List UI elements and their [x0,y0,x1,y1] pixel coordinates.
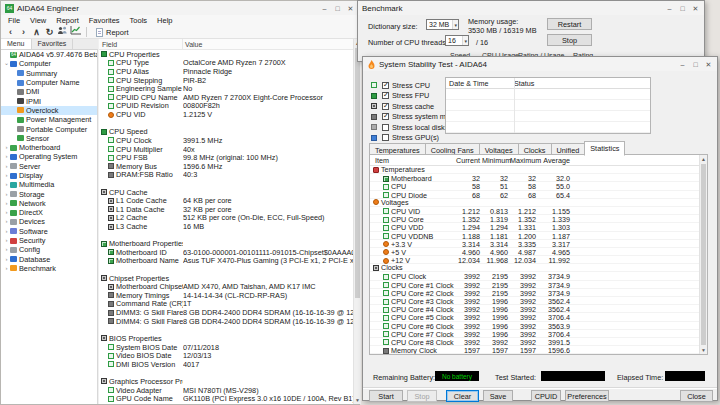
field-row[interactable]: GPU Clock324 MHz [99,403,353,404]
checkbox[interactable] [382,103,389,110]
cpu-threads-select[interactable]: 16 ▾ [445,35,469,46]
sidebar-item-server[interactable]: ›Server [1,162,97,171]
collapsed-expander-icon[interactable]: › [3,208,10,217]
menu-tools[interactable]: Tools [125,16,153,25]
stats-row[interactable]: CPU Core #2 Clock3992219539923734.9 [370,289,707,297]
preferences-button[interactable]: Preferences [565,390,609,402]
sidebar-item-security[interactable]: ›Security [1,236,97,245]
benchmark-maximize-button[interactable]: □ [676,2,689,14]
benchmark-stop-button[interactable]: Stop [547,34,592,46]
stats-row[interactable]: Motherboard32323232.0 [370,174,707,182]
benchmark-titlebar[interactable]: Benchmark – □ ✕ [358,1,704,15]
menu-favorites[interactable]: Favorites [84,16,125,25]
field-row[interactable]: DMI BIOS Version4017 [99,360,353,369]
collapsed-expander-icon[interactable]: › [3,264,10,273]
refresh-icon[interactable]: ↻ [43,27,56,38]
up-icon[interactable]: ∧ [30,27,43,38]
stats-row[interactable]: CPU Core #1 Clock3992219539923734.9 [370,281,707,289]
menu-help[interactable]: Help [152,16,177,25]
sidebar-item-display[interactable]: ›Display [1,171,97,180]
field-row[interactable]: Memory Bus1596.6 MHz [99,162,353,171]
field-row[interactable]: CPU SteppingPiR-B2 [99,76,353,85]
benchmark-close-button[interactable]: ✕ [689,2,702,14]
sidebar-item-storage[interactable]: ›Storage [1,189,97,198]
sidebar-item-benchmark[interactable]: ›Benchmark [1,264,97,273]
field-row[interactable]: CPU Clock3991.5 MHz [99,136,353,145]
minimize-button[interactable]: – [318,2,331,14]
field-row[interactable]: Motherboard NameAsus TUF X470-Plus Gamin… [99,257,353,266]
sidebar-item-overclock[interactable]: Overclock [1,106,97,115]
sidebar-tab-menu[interactable]: Menu [1,39,32,49]
stats-row[interactable]: CPU Core #7 Clock3992199639923706.4 [370,330,707,338]
sidebar-item-sensor[interactable]: Sensor [1,134,97,143]
field-group-row[interactable]: CPU Properties [99,50,353,59]
stats-row[interactable]: CPU Core #6 Clock3992199639923563.9 [370,322,707,330]
menu-file[interactable]: File [3,16,25,25]
collapsed-expander-icon[interactable]: › [3,190,10,199]
field-group-row[interactable]: Graphics Processor Properties [99,377,353,386]
field-row[interactable]: L1 Code Cache64 KB per core [99,196,353,205]
cpuid-button[interactable]: CPUID [531,390,561,402]
field-row[interactable]: Memory Timings14-14-14-34 (CL-RCD-RP-RAS… [99,291,353,300]
stability-maximize-button[interactable]: □ [689,58,702,70]
collapsed-expander-icon[interactable]: › [3,199,10,208]
sidebar-item-database[interactable]: ›Database [1,255,97,264]
collapsed-expander-icon[interactable]: › [3,255,10,264]
field-row[interactable]: CPUID CPU NameAMD Ryzen 7 2700X Eight-Co… [99,93,353,102]
scrollbar-thumb[interactable] [701,164,706,345]
stats-row[interactable]: +3.3 V3.3143.3143.3353.317 [370,240,707,248]
benchmark-minimize-button[interactable]: – [663,2,676,14]
collapsed-expander-icon[interactable]: › [3,162,10,171]
field-row[interactable]: Video AdapterMSI N780Ti (MS-V298) [99,386,353,395]
sidebar-item-computer[interactable]: ⌄Computer [1,59,97,68]
close-button[interactable]: ✕ [344,2,357,14]
collapsed-expander-icon[interactable]: › [3,245,10,254]
menu-view[interactable]: View [25,16,51,25]
checkbox[interactable] [382,92,389,99]
chart-icon[interactable] [69,26,82,38]
start-button[interactable]: Start [369,390,403,402]
stats-row[interactable]: CPU VDD1.2941.2941.3311.303 [370,223,707,231]
sidebar-item-ipmi[interactable]: IPMI [1,96,97,105]
stop-button[interactable]: Stop [407,390,437,402]
stats-row[interactable]: CPU Core #8 Clock3992399239923991.5 [370,338,707,346]
close-button[interactable]: Close [680,390,713,402]
field-row[interactable]: Command Rate (CR)1T [99,300,353,309]
collapsed-expander-icon[interactable]: › [3,171,10,180]
statistics-scrollbar[interactable]: ▲ ▼ [699,155,707,354]
field-row[interactable]: L3 Cache16 MB [99,222,353,231]
field-row[interactable]: CPUID Revision00800F82h [99,102,353,111]
field-row[interactable]: DIMM3: G Skill FlareX F4-320...8 GB DDR4… [99,308,353,317]
collapsed-expander-icon[interactable]: › [3,143,10,152]
sidebar-item-power-management[interactable]: Power Management [1,115,97,124]
stats-row[interactable]: Voltages [370,199,707,207]
stats-row[interactable]: CPU Core #4 Clock3992199639923562.4 [370,305,707,313]
field-row[interactable]: CPU FSB99.8 MHz (original: 100 MHz) [99,153,353,162]
field-row[interactable]: GPU Code NameGK110B (PCI Express 3.0 x16… [99,394,353,403]
sidebar-item-network[interactable]: ›Network [1,199,97,208]
stats-row[interactable]: Clocks [370,264,707,272]
collapsed-expander-icon[interactable]: › [3,217,10,226]
stability-close-button[interactable]: ✕ [702,58,715,70]
stats-row[interactable]: CPU Core1.3521.3191.3521.339 [370,215,707,223]
checkbox[interactable] [382,124,389,131]
forward-icon[interactable]: › [17,27,30,38]
sidebar-item-aida64-v5-97-4676-beta[interactable]: 64AIDA64 v5.97.4676 Beta [1,50,97,59]
checkbox[interactable] [382,113,389,120]
users-icon[interactable] [56,26,69,38]
sidebar-item-software[interactable]: ›Software [1,227,97,236]
sidebar-item-operating-system[interactable]: ›Operating System [1,152,97,161]
field-row[interactable]: L2 Cache512 KB per core (On-Die, ECC, Fu… [99,214,353,223]
save-button[interactable]: Save [483,390,513,402]
sidebar-item-directx[interactable]: ›DirectX [1,208,97,217]
restart-button[interactable]: Restart [547,18,592,30]
scroll-up-icon[interactable]: ▲ [700,155,707,163]
field-group-row[interactable]: CPU Cache [99,188,353,197]
field-row[interactable]: Engineering SampleNo [99,84,353,93]
stats-row[interactable]: CPU VDDNB1.1881.1811.2001.187 [370,232,707,240]
stats-row[interactable]: CPU Core #5 Clock3992199639923706.4 [370,313,707,321]
scroll-down-icon[interactable]: ▼ [700,346,707,354]
sidebar-item-devices[interactable]: ›Devices [1,217,97,226]
stats-row[interactable]: +5 V4.9604.9604.9874.965 [370,248,707,256]
sidebar-item-computer-name[interactable]: Computer Name [1,78,97,87]
